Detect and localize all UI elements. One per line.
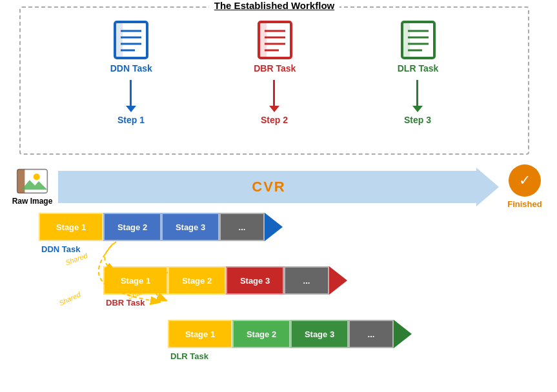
dlr-stage1: Stage 1	[168, 320, 232, 348]
tasks-row: DDN Task DBR Task DLR	[21, 8, 528, 74]
dlr-arrow-head	[394, 320, 412, 348]
ddn-task-icon	[112, 21, 150, 59]
dlr-task-icon	[399, 21, 438, 59]
finished-circle: ✓	[509, 164, 541, 197]
steps-row: Step 1 Step 2 Step 3	[21, 80, 528, 125]
dlr-pipeline-arrow: Stage 1 Stage 2 Stage 3 ...	[168, 320, 523, 348]
svg-rect-5	[115, 22, 123, 58]
dlr-pipeline-label-container: DLR Task	[170, 350, 523, 362]
dbr-task-icon	[256, 21, 294, 59]
ddn-pipeline-body: Stage 1 Stage 2 Stage 3 ...	[39, 213, 265, 241]
dlr-pipeline-row: Stage 1 Stage 2 Stage 3 ... DLR Task	[168, 320, 523, 362]
dlr-stage-dots: ...	[349, 320, 394, 348]
dlr-stage2: Stage 2	[232, 320, 290, 348]
ddn-arrow-head	[265, 213, 283, 241]
ddn-pipeline-row: Stage 1 Stage 2 Stage 3 ... DDN Task	[39, 213, 523, 255]
dbr-stage3: Stage 3	[226, 266, 284, 295]
dbr-task-label: DBR Task	[254, 63, 296, 74]
cvr-arrow-body: CVR	[58, 171, 480, 203]
step1-connector: Step 1	[117, 80, 145, 125]
ddn-stage2: Stage 2	[103, 213, 161, 241]
step2-connector: Step 2	[261, 80, 288, 125]
ddn-task-item: DDN Task	[110, 21, 152, 74]
cvr-text: CVR	[252, 179, 285, 195]
cvr-arrow-head	[476, 168, 499, 206]
finished-block: ✓ Finished	[499, 164, 551, 209]
step3-connector: Step 3	[404, 80, 431, 125]
ddn-pipeline-label: DDN Task	[41, 244, 80, 254]
dlr-pipeline-label: DLR Task	[170, 351, 208, 361]
cvr-row: Raw Image CVR ✓ Finished	[0, 164, 557, 209]
dbr-pipeline-body: Stage 1 Stage 2 Stage 3 ...	[103, 266, 329, 295]
dbr-stage1: Stage 1	[103, 266, 168, 295]
svg-rect-11	[259, 22, 267, 58]
dbr-stage2: Stage 2	[168, 266, 226, 295]
finished-label: Finished	[507, 199, 542, 209]
workflow-title: The Established Workflow	[209, 0, 339, 11]
dbr-stage-dots: ...	[284, 266, 329, 295]
step3-label: Step 3	[404, 115, 431, 125]
dbr-pipeline-label: DBR Task	[106, 298, 145, 308]
dbr-pipeline-row: Stage 1 Stage 2 Stage 3 ... DBR Task	[103, 266, 523, 308]
dlr-task-item: DLR Task	[398, 21, 439, 74]
dbr-task-item: DBR Task	[254, 21, 296, 74]
ddn-task-label: DDN Task	[110, 63, 152, 74]
raw-image-label: Raw Image	[12, 197, 53, 206]
dbr-pipeline-arrow: Stage 1 Stage 2 Stage 3 ...	[103, 266, 523, 295]
dbr-pipeline-label-container: DBR Task	[106, 297, 523, 308]
dlr-task-label: DLR Task	[398, 63, 439, 74]
dlr-pipeline-body: Stage 1 Stage 2 Stage 3 ...	[168, 320, 394, 348]
raw-image-icon	[16, 168, 48, 194]
ddn-pipeline-arrow: Stage 1 Stage 2 Stage 3 ...	[39, 213, 523, 241]
dlr-stage3: Stage 3	[290, 320, 349, 348]
dbr-arrow-head	[329, 266, 347, 295]
step1-label: Step 1	[117, 115, 145, 125]
pipelines-area: Stage 1 Stage 2 Stage 3 ... DDN Task Sta…	[39, 213, 523, 373]
ddn-stage-dots: ...	[219, 213, 265, 241]
svg-rect-17	[402, 22, 410, 58]
svg-point-20	[34, 173, 40, 180]
cvr-arrow-container: CVR	[58, 168, 499, 206]
ddn-stage3: Stage 3	[161, 213, 219, 241]
ddn-pipeline-label-container: DDN Task	[41, 243, 523, 255]
step2-label: Step 2	[261, 115, 288, 125]
ddn-stage1: Stage 1	[39, 213, 103, 241]
raw-image-block: Raw Image	[6, 168, 58, 206]
workflow-box: The Established Workflow DDN Task	[19, 6, 529, 155]
